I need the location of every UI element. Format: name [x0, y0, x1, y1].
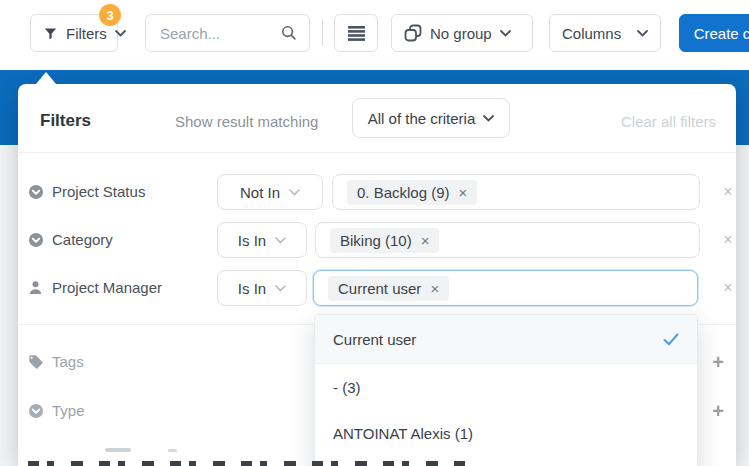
list-view-icon — [348, 26, 365, 41]
cropped-row-remnant — [168, 449, 177, 452]
operator-select[interactable]: Not In — [217, 174, 323, 210]
filter-value-field[interactable]: 0. Backlog (9) × — [332, 174, 700, 210]
value-chip-label: Biking (10) — [340, 232, 412, 249]
filters-count-badge: 3 — [99, 4, 121, 26]
status-icon — [28, 184, 44, 200]
chip-remove-icon[interactable]: × — [459, 185, 468, 200]
cropped-caption-remnant — [28, 461, 468, 466]
user-icon — [28, 280, 44, 296]
filter-label: Project Manager — [52, 270, 162, 306]
value-chip-label: Current user — [338, 280, 421, 297]
screen: Filters 3 No group — [0, 0, 749, 466]
remove-filter-icon[interactable]: × — [718, 270, 738, 306]
chevron-down-icon — [115, 30, 126, 37]
dropdown-item-label: ANTOINAT Alexis (1) — [333, 425, 473, 442]
dropdown-item-label: Current user — [333, 331, 416, 348]
match-label: Show result matching — [175, 113, 318, 130]
operator-select[interactable]: Is In — [217, 270, 307, 306]
value-dropdown: Current user - (3) ANTOINAT Alexis (1) — [314, 314, 698, 466]
group-icon — [404, 24, 422, 42]
status-icon — [28, 403, 44, 419]
list-view-button[interactable] — [334, 14, 378, 52]
dropdown-item[interactable]: ANTOINAT Alexis (1) — [315, 410, 697, 456]
chevron-down-icon — [500, 30, 511, 37]
chevron-down-icon — [289, 189, 300, 196]
chevron-down-icon — [275, 237, 286, 244]
search-box[interactable] — [145, 14, 310, 52]
create-button[interactable]: Create c — [679, 14, 749, 52]
cropped-row-remnant — [105, 448, 131, 452]
filter-value-field[interactable]: Biking (10) × — [315, 222, 700, 258]
toolbar-divider — [322, 20, 323, 46]
columns-button[interactable]: Columns — [549, 14, 661, 52]
operator-value: Is In — [238, 280, 266, 297]
remove-filter-icon[interactable]: × — [718, 222, 738, 258]
filter-label: Project Status — [52, 174, 145, 210]
filters-button-label: Filters — [66, 25, 107, 42]
columns-label: Columns — [562, 25, 621, 42]
dropdown-item-current-user[interactable]: Current user — [315, 315, 697, 363]
check-icon — [663, 333, 679, 346]
chevron-down-icon — [483, 115, 494, 122]
search-input[interactable] — [158, 24, 268, 43]
clear-all-filters-link[interactable]: Clear all filters — [621, 113, 716, 130]
chevron-down-icon — [637, 30, 648, 37]
operator-value: Not In — [240, 184, 280, 201]
filter-label: Category — [52, 222, 113, 258]
panel-caret — [36, 72, 56, 84]
chip-remove-icon[interactable]: × — [430, 281, 439, 296]
create-button-label: Create c — [694, 25, 749, 42]
filter-row-project-manager: Project Manager Is In Current user × × — [18, 270, 736, 306]
value-chip-label: 0. Backlog (9) — [357, 184, 450, 201]
value-chip: Biking (10) × — [330, 228, 439, 253]
dropdown-item[interactable]: - (3) — [315, 364, 697, 410]
funnel-icon — [43, 26, 58, 41]
value-chip: Current user × — [328, 276, 449, 301]
add-filter-icon[interactable]: + — [708, 395, 728, 427]
add-filter-icon[interactable]: + — [708, 346, 728, 378]
search-icon — [281, 25, 297, 41]
panel-divider — [18, 152, 736, 153]
dropdown-item-label: - (3) — [333, 379, 361, 396]
panel-title: Filters — [40, 111, 91, 131]
tag-icon — [28, 354, 44, 370]
status-icon — [28, 232, 44, 248]
filter-value-field-focused[interactable]: Current user × — [313, 270, 698, 306]
criteria-select-value: All of the criteria — [368, 110, 476, 127]
remove-filter-icon[interactable]: × — [718, 174, 738, 210]
filter-label: Tags — [52, 346, 84, 378]
chevron-down-icon — [275, 285, 286, 292]
operator-select[interactable]: Is In — [217, 222, 307, 258]
group-by-label: No group — [430, 25, 492, 42]
operator-value: Is In — [238, 232, 266, 249]
group-by-button[interactable]: No group — [391, 14, 533, 52]
criteria-select[interactable]: All of the criteria — [352, 98, 510, 138]
value-chip: 0. Backlog (9) × — [347, 180, 477, 205]
filter-row-project-status: Project Status Not In 0. Backlog (9) × × — [18, 174, 736, 210]
filter-label: Type — [52, 395, 85, 427]
chip-remove-icon[interactable]: × — [421, 233, 430, 248]
filter-row-category: Category Is In Biking (10) × × — [18, 222, 736, 258]
filters-panel: Filters Show result matching All of the … — [18, 84, 736, 466]
